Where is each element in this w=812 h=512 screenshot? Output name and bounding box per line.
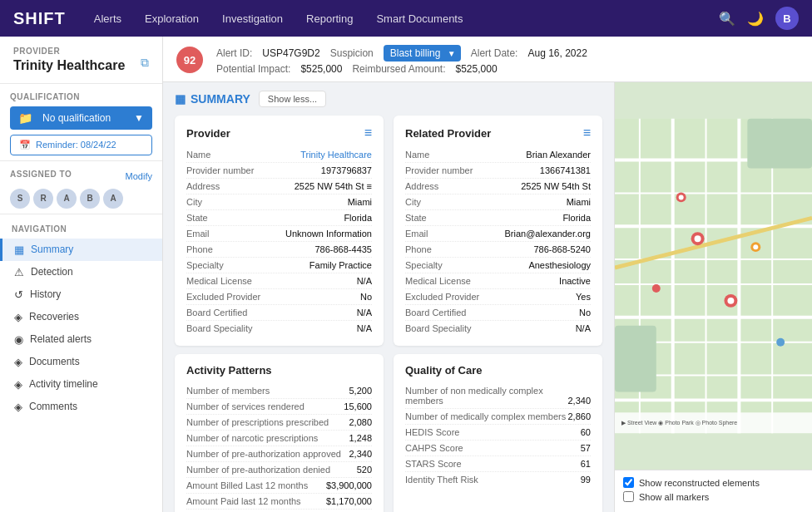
quality-of-care-title-text: Quality of Care — [405, 364, 482, 377]
modify-link[interactable]: Modify — [126, 171, 152, 181]
sidebar-item-label-detection: Detection — [31, 266, 73, 278]
show-all-markers-label: Show all markers — [639, 492, 709, 502]
reimbursed-label: Reimbursed Amount: — [352, 63, 445, 75]
ap-members-label: Number of members — [186, 386, 270, 396]
provider-medical-license-label: Medical License — [186, 276, 252, 286]
rp-number-value: 1366741381 — [540, 165, 591, 175]
ap-paid-label: Amount Paid last 12 months — [186, 496, 301, 506]
activity-icon: ◈ — [14, 378, 22, 391]
reminder-button[interactable]: 📅 Reminder: 08/24/22 — [10, 135, 152, 155]
navigation-section: NAVIGATION ▦ Summary ⚠ Detection ↺ Histo… — [0, 214, 162, 512]
provider-section: PROVIDER Trinity Healthcare ⧉ — [0, 37, 162, 84]
sidebar-item-activity-timeline[interactable]: ◈ Activity timeline — [0, 373, 162, 396]
svg-point-25 — [753, 244, 758, 249]
provider-state-label: State — [186, 213, 208, 223]
ap-preauth-denied-value: 520 — [357, 465, 372, 475]
nav-smart-documents[interactable]: Smart Documents — [374, 9, 464, 28]
provider-phone-row: Phone 786-868-4435 — [186, 242, 372, 258]
assigned-section: ASSIGNED TO Modify S R A B A — [0, 161, 162, 214]
notifications-button[interactable]: 🌙 — [747, 11, 764, 27]
provider-number-value: 1973796837 — [321, 165, 372, 175]
provider-name-value[interactable]: Trinity Healthcare — [300, 150, 372, 160]
avatar-r: R — [33, 189, 53, 209]
show-less-button[interactable]: Show less... — [259, 91, 326, 107]
provider-city-row: City Miami — [186, 194, 372, 210]
map-container[interactable]: ▶ Street View ◉ Photo Park ◎ Photo Spher… — [615, 82, 812, 470]
copy-icon[interactable]: ⧉ — [141, 56, 149, 70]
provider-specialty-row: Specialty Family Practice — [186, 258, 372, 273]
ap-members-row: Number of members 5,200 — [186, 383, 372, 399]
related-provider-card-menu-button[interactable]: ≡ — [583, 126, 591, 140]
show-reconstructed-checkbox[interactable] — [623, 477, 634, 488]
qualification-button[interactable]: 📁 No qualification ▼ — [10, 106, 152, 130]
suspicion-label: Suspicion — [330, 47, 374, 59]
related-provider-card-title: Related Provider ≡ — [405, 126, 591, 140]
search-button[interactable]: 🔍 — [719, 11, 735, 27]
ap-services-row: Number of services rendered 15,600 — [186, 399, 372, 415]
svg-point-23 — [679, 194, 684, 199]
map-panel: ▶ Street View ◉ Photo Park ◎ Photo Spher… — [614, 82, 812, 512]
avatar-a1: A — [57, 189, 77, 209]
detection-icon: ⚠ — [14, 266, 24, 278]
rp-phone-value: 786-868-5240 — [533, 244, 591, 254]
main-layout: PROVIDER Trinity Healthcare ⧉ QUALIFICAT… — [0, 37, 812, 512]
rp-medical-license-value: Inactive — [559, 276, 591, 286]
rp-phone-row: Phone 786-868-5240 — [405, 242, 591, 258]
provider-label: PROVIDER — [13, 47, 149, 56]
rp-board-specialty-row: Board Speciality N/A — [405, 321, 591, 336]
qoc-hedis-label: HEDIS Score — [405, 427, 459, 437]
sidebar-item-label-history: History — [30, 288, 61, 300]
rp-address-value: 2525 NW 54th St — [521, 181, 591, 191]
provider-board-certified-row: Board Certified N/A — [186, 305, 372, 321]
ap-preauth-approved-row: Number of pre-authorization approved 2,3… — [186, 446, 372, 462]
qoc-non-medically-row: Number of non medically complex members … — [405, 383, 591, 409]
sidebar-item-documents[interactable]: ◈ Documents — [0, 351, 162, 373]
sidebar-item-related-alerts[interactable]: ◉ Related alerts — [0, 328, 162, 351]
provider-name: Trinity Healthcare — [13, 57, 125, 75]
sidebar-item-label-activity: Activity timeline — [29, 378, 98, 390]
user-avatar[interactable]: B — [775, 7, 799, 30]
sidebar-item-label-comments: Comments — [29, 401, 77, 412]
nav-alerts[interactable]: Alerts — [92, 9, 123, 28]
rp-name-row: Name Brian Alexander — [405, 147, 591, 163]
sidebar-item-summary[interactable]: ▦ Summary — [0, 239, 162, 261]
rp-city-label: City — [405, 197, 421, 207]
rp-board-certified-row: Board Certified No — [405, 305, 591, 321]
provider-medical-license-value: N/A — [357, 276, 372, 286]
ap-prescriptions-row: Number of prescriptions prescribed 2,080 — [186, 415, 372, 431]
rp-name-label: Name — [405, 150, 429, 160]
top-navigation: SHIFT Alerts Exploration Investigation R… — [0, 0, 812, 37]
provider-board-certified-label: Board Certified — [186, 308, 247, 318]
svg-point-19 — [695, 235, 701, 242]
suspicion-wrapper: Blast billing ▼ — [384, 45, 461, 62]
nav-exploration[interactable]: Exploration — [143, 9, 201, 28]
alert-id-label: Alert ID: — [216, 47, 252, 59]
folder-icon: 📁 — [18, 111, 32, 125]
suspicion-select[interactable]: Blast billing — [384, 45, 461, 62]
alert-date-label: Alert Date: — [471, 47, 518, 59]
qoc-non-medically-label: Number of non medically complex members — [405, 386, 567, 406]
sidebar-item-label-summary: Summary — [31, 244, 73, 255]
nav-investigation[interactable]: Investigation — [220, 9, 285, 28]
sidebar-item-comments[interactable]: ◈ Comments — [0, 396, 162, 418]
rp-board-specialty-value: N/A — [576, 323, 591, 333]
show-all-markers-checkbox[interactable] — [623, 491, 634, 502]
nav-reporting[interactable]: Reporting — [304, 9, 354, 28]
provider-number-label: Provider number — [186, 165, 254, 175]
show-all-markers-row: Show all markers — [623, 491, 804, 502]
rp-excluded-label: Excluded Provider — [405, 292, 479, 302]
calendar-icon: 📅 — [19, 140, 31, 150]
ap-preauth-denied-row: Number of pre-authorization denied 520 — [186, 462, 372, 478]
sidebar-item-detection[interactable]: ⚠ Detection — [0, 261, 162, 283]
rp-board-specialty-label: Board Speciality — [405, 323, 472, 333]
sidebar-item-history[interactable]: ↺ History — [0, 283, 162, 306]
ap-members-value: 5,200 — [349, 386, 372, 396]
sidebar-item-recoveries[interactable]: ◈ Recoveries — [0, 306, 162, 328]
qoc-identity-theft-row: Identity Theft Risk 99 — [405, 472, 591, 487]
alert-badge: 92 — [176, 47, 203, 73]
qoc-medically-row: Number of medically complex members 2,86… — [405, 409, 591, 425]
provider-card-menu-button[interactable]: ≡ — [364, 126, 372, 140]
show-reconstructed-label: Show reconstructed elements — [639, 478, 760, 488]
right-section: 92 Alert ID: USP47G9D2 Suspicion Blast b… — [163, 37, 812, 512]
svg-rect-16 — [615, 326, 656, 392]
